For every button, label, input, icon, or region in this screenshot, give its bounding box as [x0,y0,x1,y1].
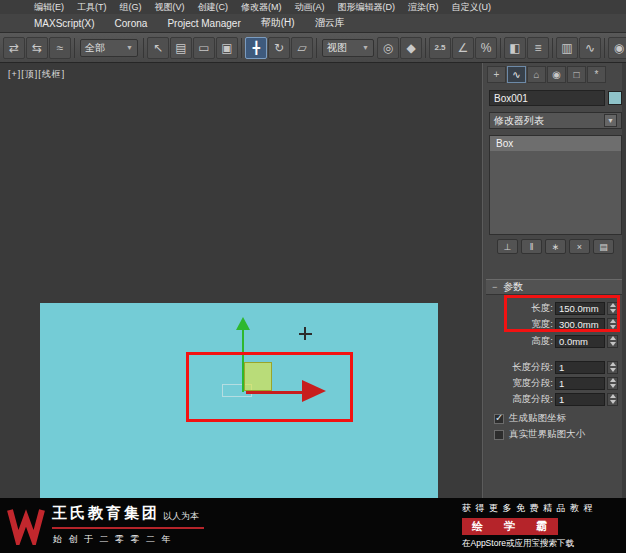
bind-to-spacewarp-icon[interactable]: ≈ [49,37,71,59]
stack-item-box[interactable]: Box [490,136,621,151]
menu-item-graph-editors[interactable]: 图形编辑器(D) [338,1,396,14]
remove-modifier-icon[interactable]: × [569,239,590,254]
width-segs-label: 宽度分段: [512,377,553,390]
param-row-height-segs: 高度分段: 1 [484,392,626,406]
use-pivot-center-icon[interactable]: ◎ [377,37,399,59]
toolbar-separator [316,38,317,58]
object-name-row: Box001 [489,90,622,106]
chevron-down-icon: ▼ [362,44,369,51]
real-world-map-size-label: 真实世界贴图大小 [509,428,585,441]
gizmo-y-arrowhead-icon[interactable] [236,317,250,330]
menu-bar-main: 编辑(E) 工具(T) 组(G) 视图(V) 创建(C) 修改器(M) 动画(A… [0,0,626,14]
gizmo-x-axis[interactable] [246,391,302,394]
rollout-title: 参数 [503,280,523,294]
menu-item-liuyunku[interactable]: 溜云库 [315,16,345,30]
toolbar-separator [552,38,553,58]
tab-modify-icon[interactable]: ∿ [507,66,526,83]
wangshi-logo [6,505,46,545]
menu-item-create[interactable]: 创建(C) [198,1,229,14]
menu-item-help[interactable]: 帮助(H) [261,16,295,30]
menu-item-maxscript[interactable]: MAXScript(X) [34,18,95,29]
menu-item-animation[interactable]: 动画(A) [295,1,325,14]
object-name-field[interactable]: Box001 [489,90,605,106]
menu-item-project-manager[interactable]: Project Manager [167,18,240,29]
promo-block: 获 得 更 多 免 费 精 品 教 程 绘 学 霸 在AppStore或应用宝搜… [462,502,622,550]
length-segs-spinner[interactable] [607,361,618,374]
viewport-top[interactable]: [+][顶][线框] [0,63,483,553]
object-color-swatch[interactable] [608,91,622,105]
mirror-icon[interactable]: ◧ [504,37,526,59]
menu-item-tools[interactable]: 工具(T) [77,1,107,14]
width-segs-field[interactable]: 1 [555,377,605,390]
selection-filter-dropdown[interactable]: 全部 ▼ [80,39,138,57]
length-segs-field[interactable]: 1 [555,361,605,374]
select-and-rotate-icon[interactable]: ↻ [268,37,290,59]
menu-item-rendering[interactable]: 渲染(R) [408,1,439,14]
param-row-width-segs: 宽度分段: 1 [484,376,626,390]
curve-editor-icon[interactable]: ∿ [579,37,601,59]
select-and-manipulate-icon[interactable]: ◆ [400,37,422,59]
chevron-down-icon: ▼ [604,114,617,127]
parameters-rollout-header[interactable]: − 参数 [486,279,622,295]
window-crossing-icon[interactable]: ▣ [216,37,238,59]
modifier-stack[interactable]: Box [489,135,622,235]
menu-item-customize[interactable]: 自定义(U) [452,1,492,14]
snap-toggle-icon[interactable]: 2.5 [429,37,451,59]
toolbar-separator [425,38,426,58]
layer-manager-icon[interactable]: ▥ [556,37,578,59]
mouse-cursor-icon [299,333,312,335]
gizmo-xy-plane-handle[interactable] [244,362,272,391]
select-and-move-icon[interactable]: ╋ [245,37,267,59]
real-world-map-size-checkbox[interactable]: 真实世界贴图大小 [494,428,585,441]
stack-toolbar: ⊥ ‖ ∗ × ▤ [489,239,622,255]
select-object-icon[interactable]: ↖ [147,37,169,59]
select-and-scale-icon[interactable]: ▱ [291,37,313,59]
box-object[interactable] [40,303,438,500]
menu-item-corona[interactable]: Corona [115,18,148,29]
pin-stack-icon[interactable]: ⊥ [497,239,518,254]
length-label: 长度: [531,302,553,315]
menu-item-modifiers[interactable]: 修改器(M) [241,1,282,14]
length-segs-label: 长度分段: [512,361,553,374]
tab-display-icon[interactable]: □ [567,66,586,83]
height-segs-spinner[interactable] [607,393,618,406]
menu-item-views[interactable]: 视图(V) [155,1,185,14]
rectangular-selection-icon[interactable]: ▭ [193,37,215,59]
height-field[interactable]: 0.0mm [555,335,605,348]
height-segs-field[interactable]: 1 [555,393,605,406]
tab-hierarchy-icon[interactable]: ⌂ [527,66,546,83]
tab-create-icon[interactable]: + [487,66,506,83]
promo-brand-badge: 绘 学 霸 [462,518,558,535]
align-icon[interactable]: ≡ [527,37,549,59]
length-field[interactable]: 150.0mm [555,302,605,315]
tab-motion-icon[interactable]: ◉ [547,66,566,83]
select-and-link-icon[interactable]: ⇄ [3,37,25,59]
gizmo-x-arrowhead-icon[interactable] [302,380,326,402]
reference-coordinate-dropdown[interactable]: 视图 ▼ [322,39,374,57]
select-by-name-icon[interactable]: ▤ [170,37,192,59]
width-field[interactable]: 300.0mm [555,318,605,331]
percent-snap-icon[interactable]: % [475,37,497,59]
unlink-selection-icon[interactable]: ⇆ [26,37,48,59]
watermark-since: 始 创 于 二 零 零 二 年 [53,533,173,546]
viewport-label[interactable]: [+][顶][线框] [8,68,65,81]
panel-scrollbar[interactable] [622,63,626,553]
render-setup-icon[interactable]: ◉ [608,37,626,59]
modifier-list-dropdown[interactable]: 修改器列表 ▼ [489,112,622,129]
length-spinner[interactable] [607,302,618,315]
width-spinner[interactable] [607,318,618,331]
angle-snap-icon[interactable]: ∠ [452,37,474,59]
configure-modifier-sets-icon[interactable]: ▤ [593,239,614,254]
menu-item-group[interactable]: 组(G) [120,1,142,14]
generate-mapping-coords-checkbox[interactable]: 生成贴图坐标 [494,412,566,425]
param-row-length: 长度: 150.0mm [484,301,626,315]
toolbar-separator [241,38,242,58]
param-row-height: 高度: 0.0mm [484,334,626,348]
width-segs-spinner[interactable] [607,377,618,390]
show-end-result-icon[interactable]: ‖ [521,239,542,254]
tab-utilities-icon[interactable]: * [587,66,606,83]
menu-item-edit[interactable]: 编辑(E) [34,1,64,14]
toolbar-separator [604,38,605,58]
make-unique-icon[interactable]: ∗ [545,239,566,254]
height-spinner[interactable] [607,335,618,348]
